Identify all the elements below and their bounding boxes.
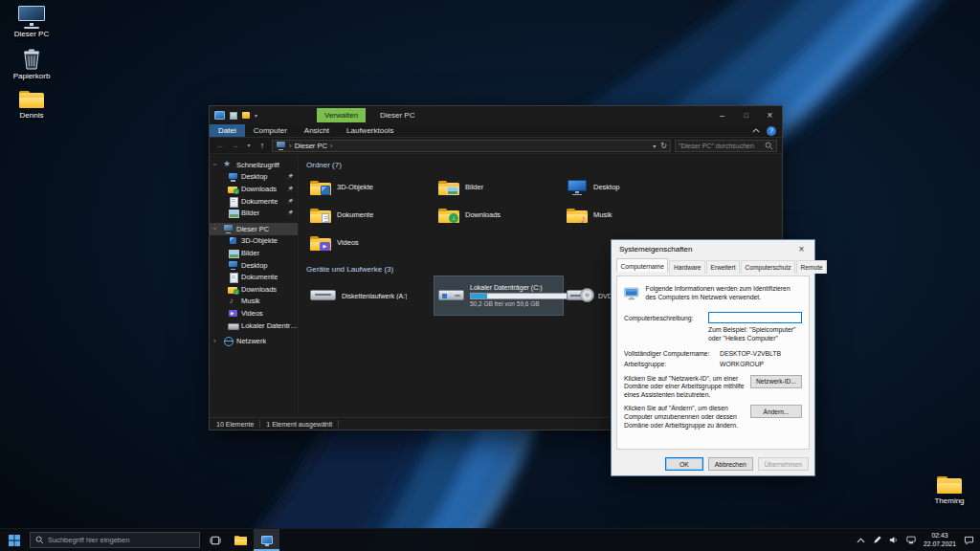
taskbar-clock[interactable]: 02:43 22.07.2021: [924, 532, 956, 548]
sidebar-item-downloads[interactable]: Downloads: [210, 183, 298, 195]
back-button[interactable]: [214, 142, 226, 150]
ribbon-tab-ansicht[interactable]: Ansicht: [296, 124, 338, 137]
sidebar-item-lokaler-datentraeger[interactable]: Lokaler Datenträger: [210, 320, 298, 332]
expand-chevron-icon[interactable]: [213, 161, 220, 168]
desktop-icon-papierkorb[interactable]: Papierkorb: [4, 46, 59, 81]
sidebar-item-pc-dokumente[interactable]: Dokumente: [210, 271, 298, 283]
dialog-tab-hardware[interactable]: Hardware: [669, 260, 705, 274]
change-button[interactable]: Ändern...: [750, 405, 802, 418]
floppy-drive-icon: [310, 287, 336, 304]
qat-customize-dropdown-icon[interactable]: [255, 112, 257, 119]
videos-folder-icon: [310, 234, 331, 251]
network-icon[interactable]: [906, 536, 916, 544]
network-id-button[interactable]: Netzwerk-ID...: [750, 375, 802, 388]
expand-chevron-icon[interactable]: [213, 338, 220, 345]
folder-tile-3d-objekte[interactable]: 3D-Objekte: [306, 173, 434, 201]
speaker-icon[interactable]: [889, 536, 899, 544]
cancel-button[interactable]: Abbrechen: [708, 457, 753, 471]
folders-group-header[interactable]: Ordner (7): [306, 159, 774, 170]
tray-expand-chevron-icon[interactable]: [857, 538, 865, 543]
dialog-tab-remote[interactable]: Remote: [796, 260, 827, 274]
ribbon-collapse-icon[interactable]: [752, 128, 760, 133]
sidebar-item-netzwerk[interactable]: Netzwerk: [210, 335, 298, 347]
sidebar-item-dokumente[interactable]: Dokumente: [210, 195, 298, 208]
ok-button[interactable]: OK: [665, 457, 703, 471]
refresh-icon[interactable]: [660, 142, 667, 150]
expand-chevron-icon[interactable]: [213, 225, 220, 232]
drive-tile-local-c[interactable]: Lokaler Datenträger (C:) 50,2 GB frei vo…: [434, 276, 563, 315]
dialog-tab-strip: Computername Hardware Erweitert Computer…: [612, 258, 814, 272]
taskbar-search-input[interactable]: [48, 536, 194, 544]
explorer-search-input[interactable]: [679, 143, 763, 149]
address-bar[interactable]: Dieser PC: [272, 140, 671, 152]
dialog-close-button[interactable]: [789, 240, 814, 257]
workgroup-label: Arbeitsgruppe:: [624, 361, 720, 367]
drive-tile-floppy-a[interactable]: Diskettenlaufwerk (A:): [306, 276, 434, 315]
search-icon: [35, 536, 44, 544]
desktop-icon-theming[interactable]: Theming: [922, 474, 977, 506]
navigation-bar: Dieser PC: [210, 138, 782, 154]
computer-description-input[interactable]: [708, 312, 802, 323]
minimize-button[interactable]: [710, 106, 734, 124]
start-button[interactable]: [0, 529, 28, 551]
qat-properties-icon[interactable]: [230, 112, 237, 120]
sidebar-item-schnellzugriff[interactable]: Schnellzugriff: [210, 159, 298, 171]
qat-new-folder-icon[interactable]: [242, 112, 250, 119]
sidebar-item-desktop[interactable]: Desktop: [210, 171, 298, 184]
folder-tile-downloads[interactable]: Downloads: [434, 201, 563, 229]
desktop: Dieser PC Papierkorb Dennis Theming Verw…: [0, 0, 980, 551]
sidebar-item-3d-objekte[interactable]: 3D-Objekte: [210, 235, 298, 248]
desktop-icon-dennis[interactable]: Dennis: [4, 89, 59, 121]
ribbon-tab-computer[interactable]: Computer: [245, 124, 296, 137]
task-view-icon: [210, 535, 221, 546]
address-dropdown-icon[interactable]: [653, 142, 656, 150]
pen-icon[interactable]: [873, 536, 881, 544]
sidebar-item-videos[interactable]: Videos: [210, 307, 298, 320]
sidebar-item-bilder[interactable]: Bilder: [210, 207, 298, 219]
folder-tile-musik[interactable]: Musik: [563, 201, 691, 229]
desktop-icon-label: Dieser PC: [14, 31, 49, 39]
sidebar-item-pc-desktop[interactable]: Desktop: [210, 259, 298, 272]
ribbon-contextual-tab-verwalten[interactable]: Verwalten: [317, 108, 366, 122]
search-icon: [765, 142, 773, 150]
folder-tile-bilder[interactable]: Bilder: [434, 173, 563, 201]
action-center-icon[interactable]: [964, 536, 974, 545]
sidebar-item-musik[interactable]: Musik: [210, 296, 298, 308]
desktop-icon-dieser-pc[interactable]: Dieser PC: [4, 6, 59, 39]
window-controls: [710, 106, 782, 124]
taskbar-search-box[interactable]: [30, 532, 200, 548]
recent-locations-dropdown-icon[interactable]: [245, 143, 253, 148]
network-id-description: Klicken Sie auf "Netzwerk-ID", um einer …: [624, 375, 746, 400]
sidebar-item-pc-bilder[interactable]: Bilder: [210, 247, 298, 259]
help-button[interactable]: [767, 126, 776, 136]
explorer-search-box[interactable]: [675, 140, 777, 152]
task-view-button[interactable]: [202, 529, 228, 551]
folder-tile-desktop[interactable]: Desktop: [563, 173, 691, 201]
explorer-app-icon[interactable]: [214, 111, 225, 120]
maximize-button[interactable]: [734, 106, 758, 124]
pin-icon: [287, 173, 294, 180]
window-title: Dieser PC: [380, 106, 414, 124]
folder-tile-videos[interactable]: Videos: [306, 229, 434, 256]
hdd-drive-icon: [438, 287, 464, 304]
cube-icon: [228, 236, 238, 246]
close-button[interactable]: [758, 106, 782, 124]
taskbar-explorer-button[interactable]: [228, 529, 254, 551]
breadcrumb-separator-icon: [330, 142, 333, 150]
ribbon-tab-laufwerktools[interactable]: Laufwerktools: [338, 124, 402, 137]
sidebar-item-dieser-pc[interactable]: Dieser PC: [210, 223, 298, 235]
dialog-tab-computerschutz[interactable]: Computerschutz: [741, 260, 795, 274]
pin-icon: [287, 198, 294, 205]
forward-button[interactable]: [230, 142, 241, 150]
dialog-tab-erweitert[interactable]: Erweitert: [706, 260, 740, 274]
taskbar-active-window-button[interactable]: [254, 529, 279, 551]
ribbon-tab-datei[interactable]: Datei: [210, 124, 245, 137]
sidebar-item-pc-downloads[interactable]: Downloads: [210, 283, 298, 296]
drive-usage-fill: [471, 294, 487, 298]
folder-tile-dokumente[interactable]: Dokumente: [306, 201, 434, 229]
folder-icon: [18, 89, 45, 110]
up-button[interactable]: [256, 142, 268, 150]
dialog-tab-computername[interactable]: Computername: [616, 258, 668, 272]
breadcrumb[interactable]: Dieser PC: [295, 142, 327, 150]
drive-usage-bar: [470, 293, 571, 299]
